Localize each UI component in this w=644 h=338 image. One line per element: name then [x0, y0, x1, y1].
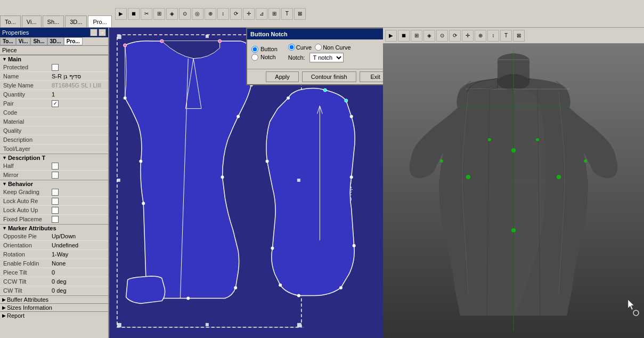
toolbar-icon-12[interactable]: ⊿: [256, 8, 267, 20]
non-curve-option[interactable]: Non Curve: [315, 44, 351, 51]
3d-tool-5[interactable]: ⊙: [436, 30, 448, 42]
tab-vi[interactable]: Vi...: [22, 15, 42, 27]
notch-type-select[interactable]: T notch V notch I notch: [309, 53, 344, 62]
svg-point-20: [345, 99, 348, 102]
toolbar-icon-3[interactable]: ✂: [141, 8, 152, 20]
prop-checkbox-half[interactable]: [52, 163, 59, 170]
radio-noncurve-label: Non Curve: [323, 44, 351, 51]
section-main[interactable]: ▼ Main: [0, 55, 108, 63]
section-sizesinfo[interactable]: ▶ Sizes Information: [0, 303, 108, 311]
radio-button[interactable]: [251, 46, 258, 53]
apply-button[interactable]: Apply: [266, 71, 299, 82]
radio-noncurve[interactable]: [315, 44, 322, 51]
panel-title: Properties: [2, 29, 29, 36]
svg-point-50: [557, 175, 561, 179]
section-report[interactable]: ▶ Report: [0, 311, 108, 319]
prop-row-protected: Protected: [0, 63, 108, 72]
section-behavior-toggle: ▼: [2, 181, 7, 187]
prop-value-cwtilt[interactable]: 0 deg: [52, 287, 107, 294]
3d-tool-7[interactable]: ✛: [462, 30, 474, 42]
prop-value-piecetilt[interactable]: 0: [52, 269, 107, 276]
toolbar-icon-7[interactable]: ◎: [192, 8, 203, 20]
curve-option[interactable]: Curve: [288, 44, 312, 51]
3d-viewer-panel: ▶ ⏹ ⊞ ◈ ⊙ ⟳ ✛ ⊕ ↕ T ⊠: [383, 28, 644, 338]
panel-tab-sh[interactable]: Sh...: [30, 37, 47, 45]
3d-tool-8[interactable]: ⊕: [475, 30, 486, 42]
prop-checkbox-lockautoup[interactable]: [52, 207, 59, 214]
toolbar-icon-10[interactable]: ⟳: [230, 8, 242, 20]
prop-value-enablefoldin[interactable]: None: [52, 260, 107, 267]
dialog-radio-group: Button Notch: [251, 46, 278, 61]
toolbar-icon-14[interactable]: T: [281, 8, 293, 20]
prop-row-name: Name S-R סדיף גן: [0, 72, 108, 81]
section-markerattrib[interactable]: ▼ Marker Attributes: [0, 224, 108, 232]
prop-value-oppositepie[interactable]: Up/Down: [52, 233, 107, 239]
panel-tab-vi[interactable]: Vi...: [16, 37, 31, 45]
toolbar-icon-1[interactable]: ▶: [115, 8, 127, 20]
toolbar-icon-6[interactable]: ⊙: [179, 8, 191, 20]
prop-checkbox-keepgrading[interactable]: [52, 189, 59, 196]
3d-tool-3[interactable]: ⊞: [411, 30, 422, 42]
svg-point-3: [124, 44, 127, 47]
section-descriptiont-label: Description T: [8, 155, 45, 161]
prop-row-oppositepie: Opposite Pie Up/Down: [0, 232, 108, 241]
toolbar-icon-5[interactable]: ◈: [166, 8, 178, 20]
prop-value-rotation[interactable]: 1-Way: [52, 251, 107, 257]
toolbar-icon-13[interactable]: ⊞: [268, 8, 280, 20]
panel-tab-pro[interactable]: Pro...: [64, 37, 83, 45]
radio-item-button[interactable]: Button: [251, 46, 278, 53]
section-main-toggle: ▼: [2, 57, 7, 62]
tab-to[interactable]: To...: [0, 15, 21, 27]
prop-label-mirror: Mirror: [1, 172, 52, 178]
3d-tool-2[interactable]: ⏹: [398, 30, 410, 42]
3d-tool-6[interactable]: ⟳: [449, 30, 461, 42]
toolbar-icon-8[interactable]: ⊕: [205, 8, 216, 20]
radio-curve[interactable]: [288, 44, 295, 51]
prop-value-orientation[interactable]: Undefined: [52, 242, 107, 248]
3d-tool-10[interactable]: T: [500, 30, 512, 42]
toolbar-icon-9[interactable]: ↕: [217, 8, 229, 20]
prop-value-name[interactable]: S-R סדיף גן: [52, 73, 107, 80]
exit-button[interactable]: Exit: [360, 71, 383, 82]
3d-tool-11[interactable]: ⊠: [513, 30, 525, 42]
tab-pro[interactable]: Pro...: [88, 15, 111, 27]
panel-close-btn[interactable]: ×: [99, 29, 106, 36]
tab-3d[interactable]: 3D...: [65, 15, 87, 27]
prop-value-stylename: 8T16845G SL I LIII: [52, 82, 107, 88]
properties-panel: Properties _ × To... Vi... Sh... 3D... P…: [0, 28, 109, 338]
section-descriptiont[interactable]: ▼ Description T: [0, 154, 108, 162]
3d-viewport[interactable]: [383, 44, 644, 338]
3d-tool-1[interactable]: ▶: [385, 30, 397, 42]
prop-checkbox-pair[interactable]: [52, 100, 59, 107]
prop-value-ccwtilt[interactable]: 0 deg: [52, 278, 107, 285]
prop-row-toollayer: Tool/Layer: [0, 144, 108, 154]
panel-tab-to[interactable]: To...: [0, 37, 16, 45]
tab-sh[interactable]: Sh...: [43, 15, 64, 27]
panel-min-btn[interactable]: _: [90, 29, 97, 36]
section-behavior[interactable]: ▼ Behavior: [0, 180, 108, 188]
section-bufferattrib-label: Buffer Attributes: [7, 296, 48, 303]
prop-checkbox-protected[interactable]: [52, 64, 59, 71]
toolbar-icon-11[interactable]: ✛: [243, 8, 255, 20]
prop-label-stylename: Style Name: [1, 82, 52, 88]
prop-checkbox-mirror[interactable]: [52, 172, 59, 179]
section-bufferattrib[interactable]: ▶ Buffer Attributes: [0, 295, 108, 303]
toolbar-icon-group: ▶ ⏹ ✂ ⊞ ◈ ⊙ ◎ ⊕ ↕ ⟳ ✛ ⊿ ⊞ T ⊠: [113, 8, 644, 20]
toolbar-icon-4[interactable]: ⊞: [153, 8, 165, 20]
toolbar-icon-15[interactable]: ⊠: [294, 8, 306, 20]
pattern-view[interactable]: S-R טולד גן Mixed Layer: [109, 28, 383, 338]
prop-value-quantity[interactable]: 1: [52, 91, 107, 98]
prop-checkbox-fixedplaceme[interactable]: [52, 216, 59, 223]
svg-point-55: [440, 159, 443, 163]
3d-tool-4[interactable]: ◈: [423, 30, 435, 42]
prop-row-cwtilt: CW Tilt 0 deg: [0, 286, 108, 295]
toolbar-icon-2[interactable]: ⏹: [128, 8, 140, 20]
prop-checkbox-lockautore[interactable]: [52, 198, 59, 205]
panel-tab-3d[interactable]: 3D...: [47, 37, 64, 45]
dialog-right-options: Curve Non Curve Notch: T notch V no: [288, 44, 351, 62]
prop-row-code: Code: [0, 108, 108, 117]
3d-tool-9[interactable]: ↕: [487, 30, 499, 42]
radio-notch[interactable]: [251, 54, 258, 61]
radio-item-notch[interactable]: Notch: [251, 54, 278, 61]
contour-finish-button[interactable]: Contour finish: [302, 71, 356, 82]
